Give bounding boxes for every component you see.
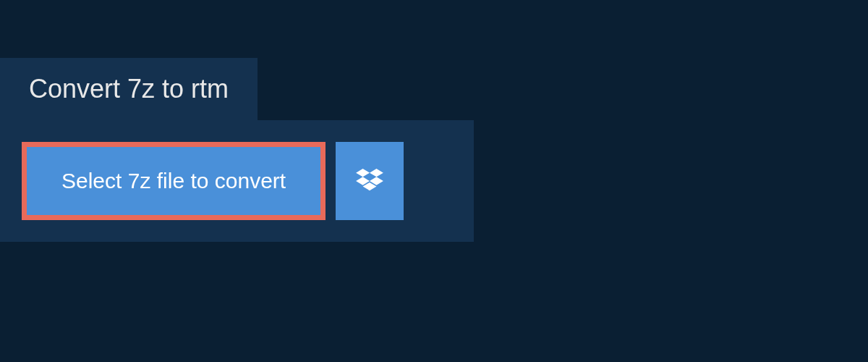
svg-marker-1: [370, 169, 383, 177]
dropbox-button[interactable]: [336, 142, 404, 220]
convert-panel: Select 7z file to convert: [0, 120, 474, 242]
tab-convert[interactable]: Convert 7z to rtm: [0, 58, 258, 120]
svg-marker-0: [356, 169, 370, 177]
dropbox-icon: [356, 169, 383, 193]
select-file-highlight: Select 7z file to convert: [22, 142, 326, 220]
select-file-button[interactable]: Select 7z file to convert: [27, 147, 320, 215]
